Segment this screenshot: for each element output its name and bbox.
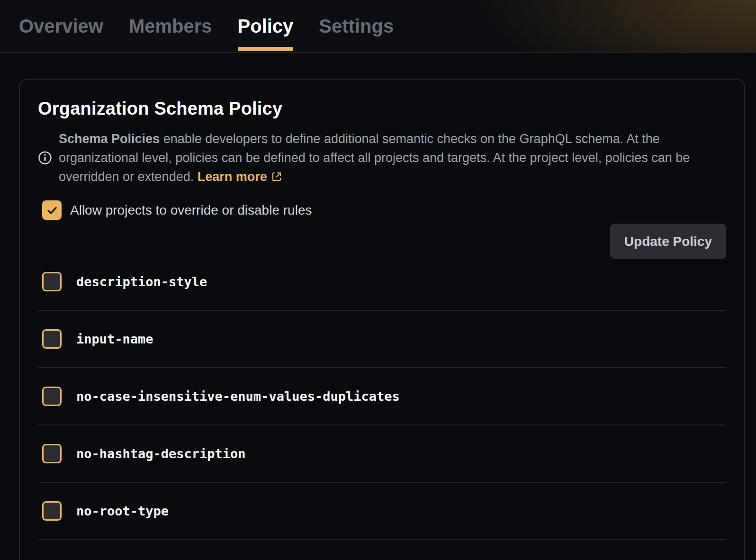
policy-description-text: Schema Policies enable developers to def… bbox=[59, 129, 726, 186]
rule-checkbox[interactable] bbox=[42, 387, 62, 406]
info-icon bbox=[38, 151, 52, 165]
rule-checkbox[interactable] bbox=[42, 444, 62, 463]
rules-list: description-style input-name no-case-ins… bbox=[38, 253, 726, 540]
update-policy-button[interactable]: Update Policy bbox=[610, 224, 726, 259]
description-lead: Schema Policies bbox=[59, 132, 160, 146]
tab-members[interactable]: Members bbox=[129, 0, 212, 52]
external-link-icon bbox=[271, 171, 282, 182]
rule-name: no-case-insensitive-enum-values-duplicat… bbox=[76, 389, 400, 404]
rule-name: input-name bbox=[76, 332, 153, 346]
allow-override-row[interactable]: Allow projects to override or disable ru… bbox=[38, 200, 312, 220]
tab-policy[interactable]: Policy bbox=[238, 0, 294, 52]
rule-checkbox[interactable] bbox=[42, 272, 62, 291]
rule-row-input-name[interactable]: input-name bbox=[38, 311, 726, 368]
rule-checkbox[interactable] bbox=[42, 501, 62, 521]
schema-policy-card: Organization Schema Policy Schema Polici… bbox=[19, 79, 745, 560]
allow-override-checkbox[interactable] bbox=[42, 200, 62, 220]
tab-settings[interactable]: Settings bbox=[319, 0, 394, 52]
rule-row-no-case-insensitive-enum-values-duplicates[interactable]: no-case-insensitive-enum-values-duplicat… bbox=[38, 368, 726, 425]
rule-name: description-style bbox=[76, 274, 207, 289]
tab-overview[interactable]: Overview bbox=[19, 0, 103, 52]
learn-more-label: Learn more bbox=[198, 170, 267, 184]
learn-more-link[interactable]: Learn more bbox=[198, 170, 282, 184]
check-icon bbox=[46, 205, 58, 216]
rule-row-description-style[interactable]: description-style bbox=[38, 253, 726, 311]
rule-row-no-root-type[interactable]: no-root-type bbox=[38, 483, 726, 540]
rule-name: no-hashtag-description bbox=[76, 446, 246, 461]
page-title: Organization Schema Policy bbox=[38, 99, 726, 119]
tab-bar: Overview Members Policy Settings bbox=[0, 0, 756, 53]
rule-row-no-hashtag-description[interactable]: no-hashtag-description bbox=[38, 425, 726, 483]
allow-override-label: Allow projects to override or disable ru… bbox=[70, 203, 312, 218]
policy-description: Schema Policies enable developers to def… bbox=[38, 129, 726, 186]
rule-checkbox[interactable] bbox=[42, 329, 62, 349]
rule-name: no-root-type bbox=[76, 504, 169, 518]
policy-page: Organization Schema Policy Schema Polici… bbox=[0, 79, 756, 560]
